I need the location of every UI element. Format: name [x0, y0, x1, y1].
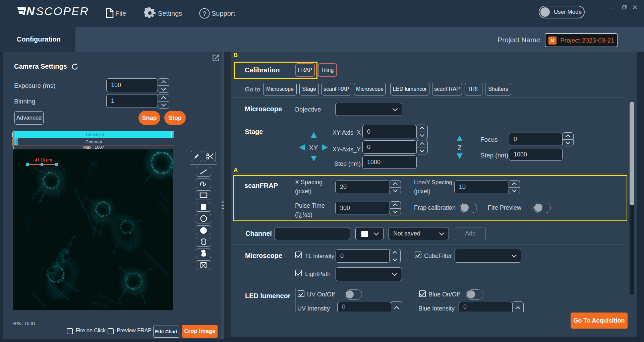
svg-text:41.16 µm: 41.16 µm [35, 158, 52, 162]
svg-text:?: ? [203, 10, 207, 17]
